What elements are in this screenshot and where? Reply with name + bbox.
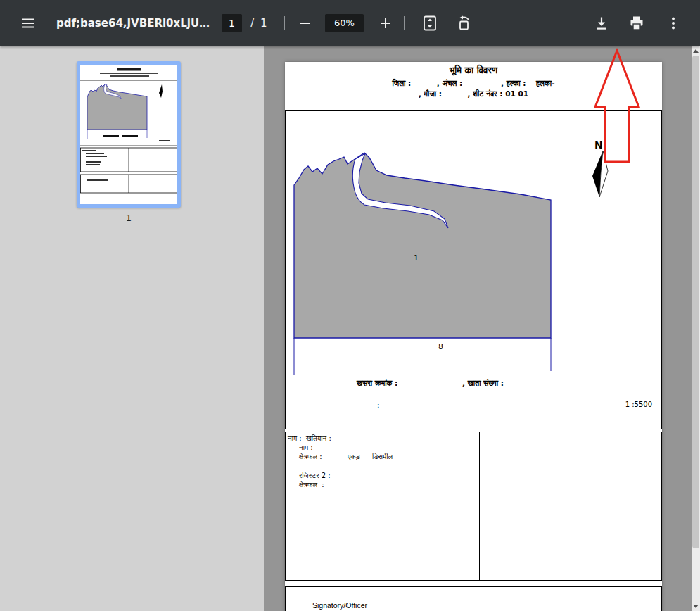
unit-acre-label: एकड़ [348, 453, 360, 461]
area2-label: क्षेत्रफल : [299, 481, 324, 489]
scrollbar-thumb[interactable] [692, 56, 699, 548]
thumbnail-sidebar: 1 [0, 46, 264, 611]
parcel-number: 1 [414, 253, 419, 263]
zoom-out-button[interactable] [295, 14, 315, 32]
print-icon [627, 14, 647, 32]
kebab-menu-icon [664, 14, 682, 32]
vertical-scrollbar[interactable] [692, 46, 700, 611]
owner-details-table: नाम : खतियान : नाम : क्षेत्रफल : एकड़ डि… [285, 432, 662, 581]
download-button[interactable] [592, 14, 611, 32]
document-title: pdf;base64,JVBERi0xLjU… [56, 0, 210, 46]
table-column-divider [479, 432, 480, 580]
more-options-button[interactable] [664, 14, 682, 32]
map-colon: : [377, 401, 380, 409]
fit-page-icon [420, 14, 440, 32]
rotate-icon [454, 14, 473, 32]
scroll-down-button[interactable] [692, 602, 700, 611]
hamburger-icon [20, 15, 37, 32]
signature-section: Signatory/Officer [285, 586, 662, 611]
menu-button[interactable] [18, 15, 38, 32]
scroll-down-icon [693, 605, 699, 608]
scroll-up-icon [693, 49, 699, 53]
toolbar-separator [404, 16, 405, 30]
plus-icon [376, 14, 395, 32]
khata-label: , खाता संख्या : [462, 379, 504, 388]
signatory-label: Signatory/Officer [312, 601, 367, 610]
zoom-in-button[interactable] [376, 14, 395, 32]
khatiyan-label: खतियान : [306, 434, 331, 443]
rotate-button[interactable] [454, 14, 473, 32]
land-parcel-polygon [294, 153, 551, 338]
name2-label: नाम : [299, 443, 313, 452]
minus-icon [295, 14, 315, 32]
thumbnail-preview [80, 65, 177, 204]
name-label: नाम : [288, 434, 302, 443]
toolbar-separator [284, 16, 285, 30]
print-button[interactable] [627, 14, 647, 32]
toolbar: pdf;base64,JVBERi0xLjU… 1 / 1 60% [0, 0, 700, 46]
khasra-label: खसरा क्रमांक : [357, 379, 397, 388]
viewer-content: 1 भूमि का विवरण जिला : , अंचल : , हल्का … [0, 46, 700, 611]
document-area: भूमि का विवरण जिला : , अंचल : , हल्का : … [264, 46, 692, 611]
page-total: 1 [260, 0, 267, 46]
page-divider: / [250, 0, 254, 46]
area-label: क्षेत्रफल : [299, 453, 322, 461]
pdf-viewer: pdf;base64,JVBERi0xLjU… 1 / 1 60% [0, 0, 700, 611]
map-scale: 1 :5500 [625, 401, 652, 408]
thumbnail-page-number: 1 [77, 213, 181, 223]
register-label: रजिस्टर 2 : [299, 472, 331, 480]
adjacent-parcel-number: 8 [438, 342, 443, 351]
page-thumbnail[interactable] [77, 61, 181, 208]
scroll-up-button[interactable] [692, 46, 700, 56]
page-number-input[interactable]: 1 [222, 14, 242, 32]
fit-to-page-button[interactable] [420, 14, 440, 32]
red-annotation-arrow [593, 48, 641, 165]
unit-decimal-label: डिसमील [372, 453, 393, 461]
zoom-level: 60% [325, 14, 364, 32]
download-icon [592, 14, 611, 32]
